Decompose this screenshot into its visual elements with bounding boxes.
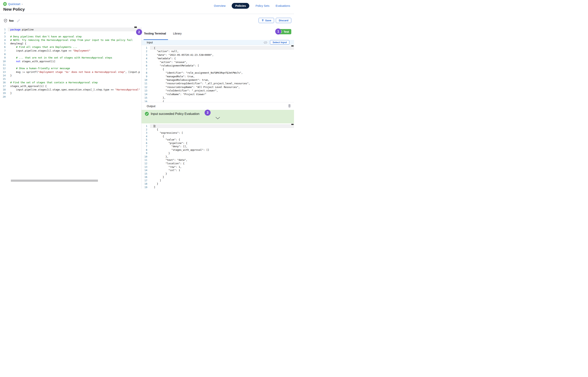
- code-line: 15 },: [141, 96, 294, 100]
- code-line: 14 "roleName": "Project Viewer": [141, 93, 294, 96]
- policy-name-row: foo: [4, 19, 20, 23]
- chevron-down-icon[interactable]: [215, 117, 220, 119]
- page-title: New Policy: [3, 7, 25, 12]
- code-line: 11: [0, 63, 141, 67]
- code-line: 10 not stages_with_approval[i]: [0, 60, 141, 63]
- edit-name-button[interactable]: [17, 19, 20, 23]
- code-line: 1[: [141, 124, 294, 128]
- project-hexagon-icon: [3, 2, 7, 6]
- code-line: 18 }: [141, 182, 294, 186]
- discard-label: Discard: [279, 19, 288, 22]
- code-line: 3# Deny pipelines that don't have an app…: [0, 35, 141, 38]
- tab-library[interactable]: Library: [173, 27, 181, 40]
- breadcrumb: Quickstart ›: [3, 2, 23, 6]
- code-line: 8 "identifier": "role_assignment_NsFQM43…: [141, 71, 294, 75]
- select-input-button[interactable]: Select Input: [270, 40, 289, 45]
- code-line: 12 "resourceGroupName": "All Project Lev…: [141, 85, 294, 89]
- breadcrumb-chevron-icon: ›: [22, 3, 23, 5]
- evaluation-success-banner: Input succeeded Policy Evaluation 3: [141, 110, 294, 123]
- test-label: Test: [283, 30, 289, 33]
- code-line: 5 "value": {: [141, 138, 294, 141]
- code-line: 6 "pipeline": {: [141, 141, 294, 145]
- output-json-editor[interactable]: 1[2 {3 "expressions": [4 {5 "value": {6 …: [141, 123, 294, 188]
- code-line: 15: [0, 77, 141, 81]
- code-line: 8: [0, 52, 141, 56]
- panel-tabs: Testing Terminal Library: [141, 27, 294, 40]
- input-scroll-marker: [291, 45, 294, 47]
- code-line: 6 "roleAssignmentMetadata": [: [141, 64, 294, 67]
- code-line: 6 # Find all stages that are Deployments…: [0, 45, 141, 49]
- save-button[interactable]: Save: [259, 18, 274, 23]
- code-line: 17stages_with_approval[i] {: [0, 84, 141, 88]
- code-line: 17 ]: [141, 179, 294, 182]
- code-line: 9 # ... that are not in the set of stage…: [0, 56, 141, 59]
- code-line: 15 }: [141, 172, 294, 176]
- code-icon[interactable]: [263, 41, 268, 44]
- code-line: 13 "roleIdentifier": "_project_viewer",: [141, 89, 294, 92]
- code-line: 4 "metadata": {: [141, 57, 294, 60]
- code-line: 12 "location": {: [141, 162, 294, 165]
- testing-panel: Testing Terminal Library Test 2 1 Input: [141, 27, 294, 188]
- code-line: 3 "date": "2022-05-05T20:41:23.538+0000"…: [141, 53, 294, 57]
- policy-name: foo: [9, 19, 13, 22]
- policy-toolbar: foo Save: [0, 14, 294, 27]
- shield-check-icon: [4, 19, 7, 23]
- code-line: 19]: [141, 186, 294, 188]
- module-nav: Overview Policies Policy Sets Evaluation…: [214, 3, 290, 9]
- output-label: Output: [141, 105, 155, 108]
- code-line: 16 {: [141, 100, 294, 102]
- nav-overview[interactable]: Overview: [214, 4, 226, 7]
- code-line: 2: [0, 31, 141, 35]
- code-line: 4 {: [141, 135, 294, 138]
- code-line: 19}: [0, 92, 141, 95]
- tab-testing-terminal[interactable]: Testing Terminal: [144, 27, 166, 40]
- annotation-badge-2: 2: [136, 29, 142, 35]
- nav-evaluations[interactable]: Evaluations: [276, 4, 290, 7]
- page-header: Quickstart › New Policy Overview Policie…: [0, 0, 294, 14]
- policy-code-editor[interactable]: 1package pipeline23# Deny pipelines that…: [0, 27, 141, 188]
- upload-icon: [261, 19, 264, 22]
- code-line: 1{: [141, 46, 294, 50]
- code-line: 13 msg := sprintf("deployment stage '%s'…: [0, 70, 141, 74]
- code-line: 5deny[msg] {: [0, 42, 141, 45]
- edit-pencil-icon: [17, 19, 20, 23]
- code-line: 9 "managedRole": true,: [141, 75, 294, 78]
- code-line: 12 # Show a human-friendly error message: [0, 67, 141, 70]
- code-line: 11 "resourceGroupIdentifier": "_all_proj…: [141, 82, 294, 85]
- code-line: 2 "action": null,: [141, 50, 294, 53]
- code-line: 14 "col": 1: [141, 168, 294, 172]
- trash-icon[interactable]: [288, 104, 291, 107]
- nav-policies[interactable]: Policies: [232, 3, 249, 9]
- horizontal-scrollbar[interactable]: [11, 180, 98, 182]
- output-section-header: Output: [141, 102, 294, 110]
- code-line: 13 "row": 1,: [141, 165, 294, 169]
- discard-button[interactable]: Discard: [276, 18, 291, 23]
- policy-editor-page: Quickstart › New Policy Overview Policie…: [0, 0, 294, 188]
- code-line: 8 "stages_with_approval": []: [141, 148, 294, 152]
- breadcrumb-project-link[interactable]: Quickstart: [8, 2, 20, 6]
- code-line: 1package pipeline: [0, 28, 141, 31]
- code-line: 11 "text": "data",: [141, 158, 294, 162]
- output-scroll-marker: [291, 124, 294, 125]
- code-line: 20: [0, 95, 141, 99]
- workspace: 1package pipeline23# Deny pipelines that…: [0, 27, 294, 188]
- annotation-badge-1: 1: [275, 28, 281, 35]
- save-label: Save: [265, 19, 271, 22]
- code-line: 10 "managedRoleAssignment": true,: [141, 78, 294, 82]
- annotation-badge-3: 3: [204, 110, 211, 116]
- code-line: 3 "expressions": [: [141, 131, 294, 135]
- code-line: 4# NOTE: Try removing the HarnessApprova…: [0, 38, 141, 42]
- code-line: 10 },: [141, 155, 294, 158]
- nav-policy-sets[interactable]: Policy Sets: [256, 4, 270, 7]
- code-line: 9 }: [141, 152, 294, 155]
- code-line: 7 "deny": [],: [141, 145, 294, 148]
- code-line: 7 input.pipeline.stages[i].stage.type ==…: [0, 49, 141, 52]
- evaluation-status-text: Input succeeded Policy Evaluation: [151, 112, 199, 116]
- code-line: 2 {: [141, 128, 294, 131]
- input-json-editor[interactable]: 1{2 "action": null,3 "date": "2022-05-05…: [141, 45, 294, 102]
- toolbar-buttons: Save Discard: [259, 18, 291, 23]
- code-line: 16# Find the set of stages that contain …: [0, 81, 141, 84]
- code-line: 14}: [0, 74, 141, 77]
- check-circle-icon: [145, 112, 149, 117]
- input-section-header: Input Select Input: [141, 40, 294, 45]
